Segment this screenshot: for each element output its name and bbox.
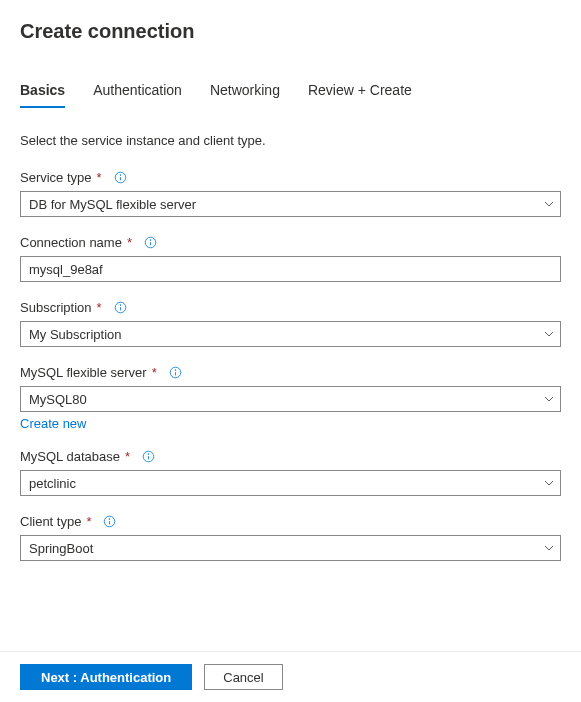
svg-point-11 [110, 519, 111, 520]
info-icon[interactable] [169, 366, 182, 379]
mysql-server-value[interactable] [20, 386, 561, 412]
field-service-type: Service type * [20, 170, 561, 217]
field-label: Client type [20, 514, 81, 529]
field-label-row: MySQL flexible server * [20, 365, 561, 380]
field-label: Subscription [20, 300, 92, 315]
field-label-row: Service type * [20, 170, 561, 185]
required-asterisk: * [97, 300, 102, 315]
field-mysql-database: MySQL database * [20, 449, 561, 496]
next-button[interactable]: Next : Authentication [20, 664, 192, 690]
info-icon[interactable] [114, 301, 127, 314]
field-label-row: MySQL database * [20, 449, 561, 464]
field-mysql-server: MySQL flexible server * Create new [20, 365, 561, 431]
field-label-row: Client type * [20, 514, 561, 529]
close-button[interactable] [553, 20, 561, 44]
required-asterisk: * [127, 235, 132, 250]
field-subscription: Subscription * [20, 300, 561, 347]
required-asterisk: * [86, 514, 91, 529]
svg-point-7 [175, 370, 176, 371]
create-new-link[interactable]: Create new [20, 416, 86, 431]
field-label-row: Subscription * [20, 300, 561, 315]
svg-point-9 [148, 454, 149, 455]
info-icon[interactable] [103, 515, 116, 528]
field-label: Service type [20, 170, 92, 185]
panel-title: Create connection [20, 20, 194, 43]
tab-basics[interactable]: Basics [20, 76, 65, 108]
svg-point-3 [150, 240, 151, 241]
tab-label: Basics [20, 82, 65, 98]
intro-text: Select the service instance and client t… [20, 133, 561, 148]
field-connection-name: Connection name * [20, 235, 561, 282]
field-label-row: Connection name * [20, 235, 561, 250]
tab-authentication[interactable]: Authentication [93, 76, 182, 108]
tab-label: Networking [210, 82, 280, 98]
field-label: MySQL flexible server [20, 365, 147, 380]
client-type-select[interactable] [20, 535, 561, 561]
service-type-value[interactable] [20, 191, 561, 217]
panel-header: Create connection [20, 20, 561, 44]
required-asterisk: * [125, 449, 130, 464]
tab-label: Review + Create [308, 82, 412, 98]
connection-name-input[interactable] [20, 256, 561, 282]
info-icon[interactable] [142, 450, 155, 463]
mysql-database-select[interactable] [20, 470, 561, 496]
field-label: MySQL database [20, 449, 120, 464]
tab-strip: Basics Authentication Networking Review … [20, 76, 561, 109]
svg-point-5 [120, 305, 121, 306]
info-icon[interactable] [144, 236, 157, 249]
field-label: Connection name [20, 235, 122, 250]
subscription-value[interactable] [20, 321, 561, 347]
tab-label: Authentication [93, 82, 182, 98]
panel-footer: Next : Authentication Cancel [0, 651, 581, 702]
required-asterisk: * [152, 365, 157, 380]
field-client-type: Client type * [20, 514, 561, 561]
required-asterisk: * [97, 170, 102, 185]
service-type-select[interactable] [20, 191, 561, 217]
client-type-value[interactable] [20, 535, 561, 561]
subscription-select[interactable] [20, 321, 561, 347]
mysql-server-select[interactable] [20, 386, 561, 412]
cancel-button[interactable]: Cancel [204, 664, 282, 690]
svg-point-1 [120, 175, 121, 176]
tab-networking[interactable]: Networking [210, 76, 280, 108]
info-icon[interactable] [114, 171, 127, 184]
tab-review-create[interactable]: Review + Create [308, 76, 412, 108]
mysql-database-value[interactable] [20, 470, 561, 496]
